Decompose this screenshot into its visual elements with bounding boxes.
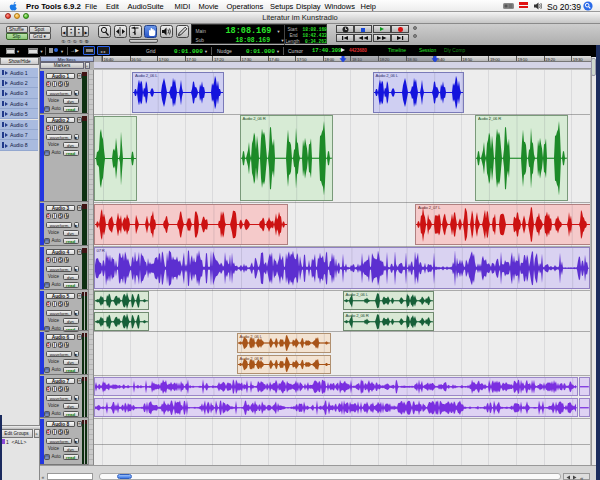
svg-text:«: «	[580, 475, 584, 480]
